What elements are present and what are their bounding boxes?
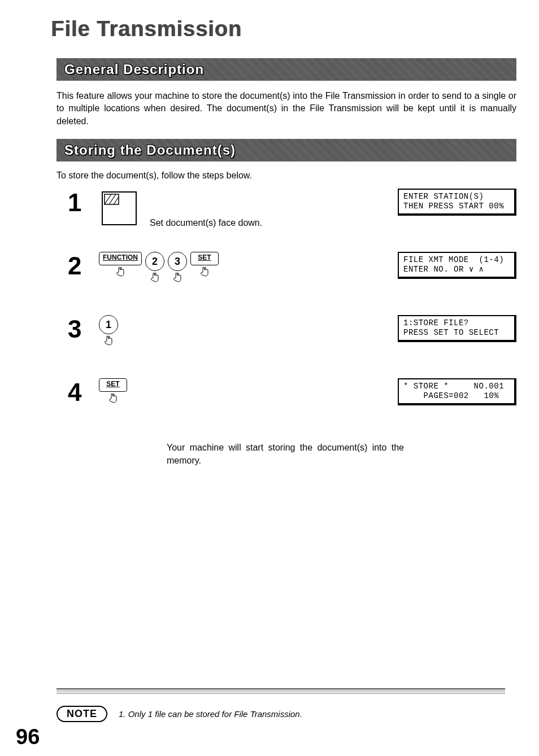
hand-press-icon — [149, 272, 161, 282]
note-label: NOTE — [56, 706, 107, 722]
note-divider — [56, 688, 505, 694]
key-3-button: 3 — [168, 252, 187, 271]
general-description-body: This feature allows your machine to stor… — [56, 90, 516, 128]
hand-press-icon — [107, 393, 119, 403]
step-row: 3 1 1:STORE FILE? PRESS SET TO SELECT — [68, 315, 516, 366]
note-row: NOTE 1. Only 1 file can be stored for Fi… — [56, 706, 505, 722]
step-number: 1 — [68, 189, 99, 217]
key-1-button: 1 — [99, 315, 118, 334]
step-row: 2 FUNCTION 2 3 SET — [68, 252, 516, 303]
step-number: 2 — [68, 252, 99, 280]
hand-press-icon — [114, 266, 127, 277]
lcd-display: FILE XMT MODE (1-4) ENTER NO. OR ∨ ∧ — [398, 252, 516, 279]
page-title: File Transmission — [51, 17, 516, 41]
steps-list: 1 Set document(s) face down. ENTER STATI… — [68, 189, 516, 467]
step-number: 4 — [68, 378, 99, 407]
hand-press-icon — [171, 272, 184, 282]
storing-intro: To store the document(s), follow the ste… — [56, 171, 516, 181]
function-button: FUNCTION — [99, 252, 142, 265]
step-number: 3 — [68, 315, 99, 343]
document-tray-icon — [99, 189, 144, 230]
step-row: 1 Set document(s) face down. ENTER STATI… — [68, 189, 516, 239]
page-number: 96 — [16, 725, 40, 749]
note-text: 1. Only 1 file can be stored for File Tr… — [119, 709, 302, 719]
key-2-button: 2 — [145, 252, 164, 271]
svg-rect-0 — [102, 192, 136, 225]
step-row: 4 SET * STORE * NO.001 PAGES=002 10% — [68, 378, 516, 429]
lcd-display: ENTER STATION(S) THEN PRESS START 00% — [398, 189, 516, 216]
set-button: SET — [99, 378, 127, 392]
lcd-display: 1:STORE FILE? PRESS SET TO SELECT — [398, 315, 516, 342]
section-heading-general: General Description — [56, 58, 516, 81]
step4-after-text: Your machine will start storing the docu… — [167, 442, 404, 467]
lcd-display: * STORE * NO.001 PAGES=002 10% — [398, 378, 516, 405]
hand-press-icon — [198, 266, 211, 277]
section-heading-storing: Storing the Document(s) — [56, 139, 516, 161]
step1-caption: Set document(s) face down. — [150, 218, 262, 228]
set-button: SET — [190, 252, 219, 265]
hand-press-icon — [102, 335, 115, 346]
